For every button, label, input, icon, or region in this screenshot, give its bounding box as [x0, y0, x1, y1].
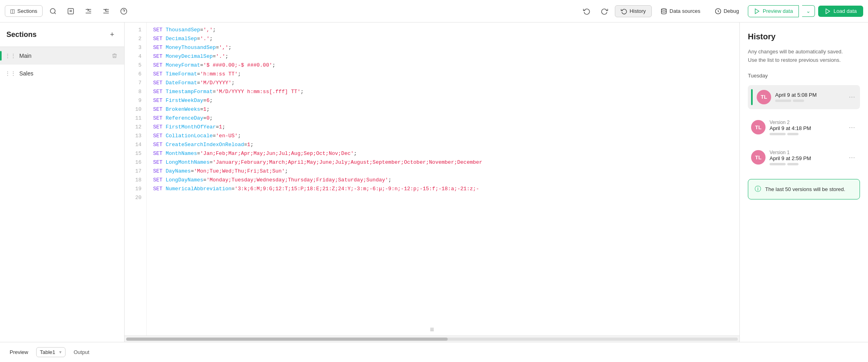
preview-tab[interactable]: Preview	[6, 348, 31, 357]
help-button[interactable]	[117, 4, 131, 18]
history-item-time-v1: April 9 at 2:59 PM	[770, 155, 843, 161]
outdent-button[interactable]	[99, 4, 113, 18]
undo-icon	[583, 8, 590, 15]
table-select-wrapper: Table1 ▼	[36, 347, 66, 357]
history-day-label: Tuesday	[748, 73, 860, 79]
line-num-17: 17	[125, 167, 146, 176]
line-num-2: 2	[125, 35, 146, 43]
line-num-15: 15	[125, 149, 146, 158]
history-item-current[interactable]: TL April 9 at 5:08 PM ⋯	[748, 85, 860, 109]
resize-indicator: ≡	[430, 325, 434, 334]
add-section-button[interactable]: +	[106, 29, 118, 40]
hscroll-thumb[interactable]	[126, 338, 448, 341]
preview-button[interactable]: Preview data	[748, 5, 799, 17]
info-icon: ⓘ	[755, 185, 761, 193]
datasources-label: Data sources	[669, 8, 700, 14]
history-panel: History Any changes will be automaticall…	[739, 22, 868, 342]
drag-handle-icon[interactable]: ⋮⋮	[5, 53, 16, 59]
outdent-icon	[102, 8, 110, 15]
editor-content: 1 2 3 4 5 6 7 8 9 10 11 12 13 14 15 16 1	[125, 22, 739, 336]
line-num-6: 6	[125, 70, 146, 79]
datasources-button[interactable]: Data sources	[655, 6, 706, 17]
history-subtitle-line2: Use the list to restore previous version…	[748, 57, 841, 63]
sidebar-items: ⋮⋮ Main ⋮⋮ Sales	[0, 47, 124, 342]
horizontal-scrollbar[interactable]	[125, 336, 739, 342]
debug-label: Debug	[724, 8, 739, 14]
history-item-v2[interactable]: TL Version 2 April 9 at 4:18 PM ⋯	[748, 116, 860, 139]
avatar-v2: TL	[751, 120, 766, 134]
preview-icon	[754, 8, 760, 14]
line-num-10: 10	[125, 105, 146, 114]
line-num-16: 16	[125, 158, 146, 167]
code-editor[interactable]: SET ThousandSep=','; SET DecimalSep='.';…	[147, 22, 739, 336]
history-item-preview-v2	[770, 133, 843, 135]
load-icon	[825, 8, 831, 14]
drag-handle-icon-sales[interactable]: ⋮⋮	[5, 70, 16, 77]
bottom-bar: Preview Table1 ▼ Output	[0, 342, 868, 362]
load-button[interactable]: Load data	[818, 6, 863, 17]
table-select[interactable]: Table1	[36, 347, 66, 357]
preview-block-v2-1	[770, 133, 786, 135]
indent-button[interactable]	[81, 4, 96, 18]
datasources-icon	[661, 8, 667, 14]
history-item-time-v2: April 9 at 4:18 PM	[770, 125, 843, 131]
sidebar: Sections + ⋮⋮ Main ⋮⋮ Sales	[0, 22, 125, 342]
chevron-down-icon: ⌄	[806, 8, 811, 14]
svg-point-0	[50, 8, 55, 13]
line-num-13: 13	[125, 132, 146, 140]
sidebar-item-label-sales: Sales	[19, 70, 106, 77]
debug-button[interactable]: Debug	[709, 6, 745, 17]
history-more-button-v1[interactable]: ⋯	[847, 153, 857, 162]
redo-button[interactable]	[597, 4, 612, 18]
preview-block-v1-2	[787, 163, 798, 165]
line-num-18: 18	[125, 176, 146, 185]
editor-scroll[interactable]: 1 2 3 4 5 6 7 8 9 10 11 12 13 14 15 16 1	[125, 22, 739, 336]
svg-marker-14	[755, 9, 759, 14]
indent-icon	[85, 8, 92, 15]
load-label: Load data	[833, 8, 857, 14]
preview-arrow-button[interactable]: ⌄	[802, 5, 815, 17]
preview-label: Preview data	[763, 8, 793, 14]
history-more-button-current[interactable]: ⋯	[847, 92, 857, 102]
preview-block-v2-2	[787, 133, 798, 135]
history-subtitle: Any changes will be automatically saved.…	[748, 48, 860, 65]
toolbar-right: History Data sources Debug Preview data …	[579, 4, 863, 18]
history-item-v1[interactable]: TL Version 1 April 9 at 2:59 PM ⋯	[748, 146, 860, 169]
format-button[interactable]	[63, 4, 78, 18]
version-bar-current	[751, 89, 753, 105]
history-item-version-v1: Version 1	[770, 150, 843, 155]
line-num-20: 20	[125, 193, 146, 202]
line-numbers: 1 2 3 4 5 6 7 8 9 10 11 12 13 14 15 16 1	[125, 22, 147, 336]
sidebar-item-main[interactable]: ⋮⋮ Main	[0, 47, 124, 65]
search-button[interactable]	[46, 4, 60, 18]
sidebar-item-label-main: Main	[19, 53, 106, 59]
sidebar-header: Sections +	[0, 22, 124, 47]
sections-button[interactable]: ◫ Sections	[5, 5, 43, 17]
delete-section-button-main[interactable]	[110, 51, 119, 61]
history-item-info-v1: Version 1 April 9 at 2:59 PM	[770, 150, 843, 165]
line-num-8: 8	[125, 87, 146, 96]
history-item-preview-current	[775, 100, 843, 102]
svg-marker-15	[826, 9, 829, 14]
svg-point-13	[661, 8, 666, 10]
svg-line-1	[54, 12, 55, 14]
history-info-text: The last 50 versions will be stored.	[765, 186, 845, 192]
sections-label: Sections	[17, 8, 37, 14]
line-num-3: 3	[125, 43, 146, 52]
line-num-12: 12	[125, 123, 146, 132]
line-num-5: 5	[125, 61, 146, 70]
history-button[interactable]: History	[615, 5, 652, 17]
hscroll-track[interactable]	[126, 338, 738, 341]
history-more-button-v2[interactable]: ⋯	[847, 122, 857, 132]
help-icon	[120, 8, 127, 15]
format-icon	[67, 8, 74, 15]
history-item-preview-v1	[770, 163, 843, 165]
undo-button[interactable]	[579, 4, 594, 18]
history-item-info-current: April 9 at 5:08 PM	[775, 92, 843, 102]
line-num-9: 9	[125, 96, 146, 105]
line-num-4: 4	[125, 52, 146, 61]
output-tab[interactable]: Output	[70, 348, 92, 357]
sidebar-item-sales[interactable]: ⋮⋮ Sales	[0, 65, 124, 82]
sidebar-title: Sections	[6, 31, 37, 39]
history-info-box: ⓘ The last 50 versions will be stored.	[748, 179, 860, 199]
